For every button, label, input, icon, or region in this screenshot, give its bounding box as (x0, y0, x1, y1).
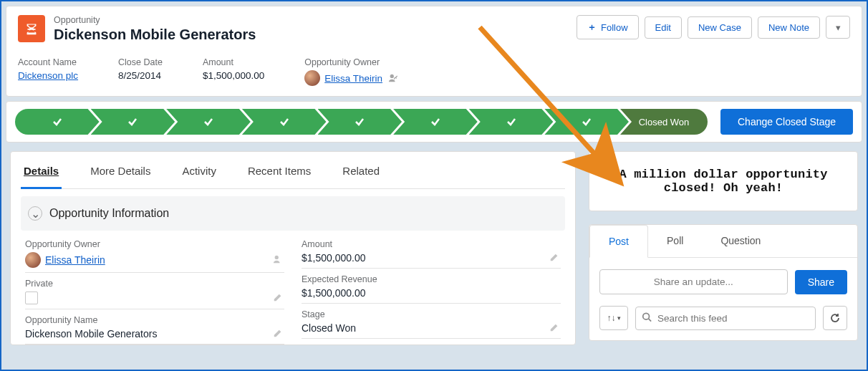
edit-amount-icon[interactable] (549, 252, 561, 264)
stage-5[interactable] (318, 109, 402, 135)
stage-8[interactable] (544, 109, 629, 135)
close-date-label: Close Date (118, 57, 163, 67)
svg-point-0 (390, 74, 394, 78)
amount-label: Amount (203, 57, 264, 67)
feed-sort-button[interactable]: ↑↓ ▾ (599, 306, 628, 330)
field-exp-rev-value: $1,500,000.00 (302, 287, 366, 299)
check-icon (279, 116, 290, 127)
feed-tab-post[interactable]: Post (589, 225, 648, 258)
field-exp-rev-label: Expected Revenue (302, 274, 561, 284)
opportunity-icon (18, 15, 45, 42)
chevron-down-icon: ⌄ (28, 206, 42, 221)
check-icon (52, 116, 63, 127)
tab-details[interactable]: Details (21, 152, 62, 188)
stage-3[interactable] (166, 109, 251, 135)
check-icon (430, 116, 441, 127)
feed-refresh-button[interactable] (823, 306, 847, 330)
private-checkbox (25, 292, 38, 304)
follow-button[interactable]: ＋ Follow (577, 15, 639, 39)
account-name-label: Account Name (18, 57, 78, 67)
share-update-input[interactable]: Share an update... (599, 269, 788, 294)
record-tabs: Details More Details Activity Recent Ite… (21, 152, 565, 189)
check-icon (354, 116, 365, 127)
amount-value: $1,500,000.00 (203, 70, 264, 81)
svg-line-3 (649, 319, 652, 322)
field-opp-name-value: Dickenson Mobile Generators (25, 328, 157, 339)
field-owner-label: Opportunity Owner (25, 239, 284, 249)
stage-2[interactable] (91, 109, 175, 135)
new-note-button[interactable]: New Note (758, 16, 820, 39)
field-amount-label: Amount (302, 239, 561, 249)
search-icon (642, 312, 652, 324)
feed-search-input[interactable] (635, 307, 816, 330)
field-private-label: Private (25, 279, 284, 289)
more-actions-button[interactable]: ▾ (826, 16, 850, 39)
feed-tab-question[interactable]: Question (702, 225, 779, 258)
section-opportunity-info[interactable]: ⌄ Opportunity Information (21, 196, 565, 231)
record-body: Details More Details Activity Recent Ite… (10, 151, 576, 345)
new-case-button[interactable]: New Case (688, 16, 752, 39)
field-amount-value: $1,500,000.00 (302, 252, 366, 264)
check-icon (127, 116, 138, 127)
header-actions: ＋ Follow Edit New Case New Note ▾ (577, 15, 850, 39)
feed-tab-poll[interactable]: Poll (648, 225, 702, 258)
edit-button[interactable]: Edit (645, 16, 682, 39)
edit-private-icon[interactable] (273, 292, 284, 304)
plus-icon: ＋ (587, 21, 597, 34)
close-date-value: 8/25/2014 (118, 70, 163, 81)
field-stage-value: Closed Won (302, 322, 356, 334)
change-owner-icon[interactable] (273, 254, 284, 266)
closed-message-text: A million dollar opportunity closed! Oh … (619, 168, 827, 195)
field-owner-link[interactable]: Elissa Theirin (45, 254, 105, 266)
tab-related[interactable]: Related (339, 152, 382, 188)
avatar (25, 252, 41, 268)
tab-activity[interactable]: Activity (179, 152, 219, 188)
field-stage-label: Stage (302, 309, 561, 319)
stage-6[interactable] (393, 109, 478, 135)
object-label: Opportunity (54, 15, 256, 25)
highlights-panel: Account Name Dickenson plc Close Date 8/… (18, 57, 850, 86)
caret-down-icon: ▾ (617, 314, 621, 322)
stage-closed-won[interactable]: Closed Won (620, 109, 708, 135)
chatter-panel: Post Poll Question Share an update... Sh… (589, 224, 858, 341)
svg-point-2 (643, 313, 650, 319)
stage-1[interactable] (15, 109, 100, 135)
change-owner-icon[interactable] (387, 72, 400, 85)
check-icon (506, 116, 517, 127)
share-button[interactable]: Share (795, 270, 847, 294)
svg-point-1 (275, 256, 279, 259)
check-icon (581, 116, 592, 127)
edit-stage-icon[interactable] (549, 322, 561, 334)
avatar (304, 70, 320, 86)
tab-more-details[interactable]: More Details (87, 152, 153, 188)
change-stage-button[interactable]: Change Closed Stage (720, 109, 853, 135)
record-header: Opportunity Dickenson Mobile Generators … (6, 6, 862, 97)
edit-opp-name-icon[interactable] (273, 328, 284, 339)
page-title: Dickenson Mobile Generators (54, 26, 256, 43)
sort-icon: ↑↓ (607, 313, 616, 323)
check-icon (203, 116, 214, 127)
closed-message-card: A million dollar opportunity closed! Oh … (589, 151, 858, 211)
edit-exp-rev-icon[interactable] (549, 287, 561, 299)
account-name-link[interactable]: Dickenson plc (18, 70, 78, 81)
caret-down-icon: ▾ (836, 22, 841, 33)
tab-recent-items[interactable]: Recent Items (245, 152, 314, 188)
sales-path: Closed Won Change Closed Stage (6, 101, 862, 143)
stage-7[interactable] (469, 109, 554, 135)
owner-link[interactable]: Elissa Theirin (324, 73, 382, 84)
owner-label: Opportunity Owner (304, 57, 400, 67)
stage-4[interactable] (242, 109, 327, 135)
field-opp-name-label: Opportunity Name (25, 315, 284, 325)
